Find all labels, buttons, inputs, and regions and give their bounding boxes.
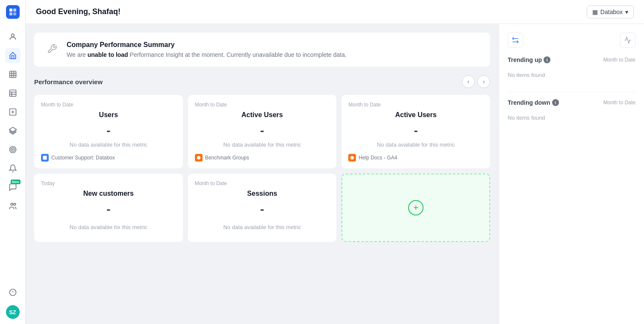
new-badge: New [11,180,20,184]
user-avatar[interactable]: SZ [6,305,20,319]
content-area: Company Performance Summary We are unabl… [26,24,644,324]
add-metric-card[interactable]: + [341,174,490,242]
svg-point-19 [12,149,13,150]
next-button[interactable]: › [477,75,490,88]
main-layout: Good Evening, Shafaq! ▦ Databox ▾ Compan… [26,0,644,324]
databox-icon: ▦ [592,9,598,15]
sidebar-item-layers[interactable] [5,123,21,138]
source-icon [195,154,203,162]
metric-title: New customers [41,190,176,197]
sidebar-item-home[interactable] [5,48,21,63]
trending-up-period: Month to Date [603,57,635,63]
sidebar-item-help[interactable] [5,285,21,300]
performance-overview: Performance overview ‹ › Month to Date U… [34,75,490,242]
metric-date: Month to Date [41,102,176,108]
add-icon: + [408,200,423,215]
nav-arrows: ‹ › [462,75,490,88]
metric-card-active-users-2: Month to Date Active Users - No data ava… [341,95,490,168]
svg-point-21 [13,203,15,205]
source-label: Help Docs - GA4 [359,155,397,161]
no-data-text: No data available for this metric [348,141,483,149]
metric-footer: Customer Support: Databox [41,149,176,162]
sidebar-item-chat[interactable]: New [5,180,21,195]
svg-marker-15 [12,111,14,114]
insight-title: Company Performance Summary [67,41,347,49]
insight-description: We are unable to load Performance Insigh… [67,51,347,58]
sidebar-item-numbers[interactable] [5,67,21,82]
right-panel-controls [508,32,635,48]
metric-date: Month to Date [195,102,330,108]
svg-rect-10 [9,90,16,97]
metrics-grid: Month to Date Users - No data available … [34,95,490,242]
wrench-icon [44,41,60,56]
perf-title: Performance overview [34,78,103,85]
metric-date: Month to Date [348,102,483,108]
sidebar-item-chart[interactable] [5,85,21,101]
metric-card-sessions: Month to Date Sessions - No data availab… [188,174,337,242]
svg-rect-25 [43,156,47,160]
databox-button[interactable]: ▦ Databox ▾ [587,6,634,18]
svg-point-27 [350,156,354,159]
metric-title: Active Users [348,111,483,119]
source-icon [41,154,49,162]
metric-value: - [348,124,483,138]
svg-rect-0 [9,9,12,12]
insight-content: Company Performance Summary We are unabl… [67,41,347,58]
metric-card-users: Month to Date Users - No data available … [34,95,183,168]
sidebar-item-notifications[interactable] [5,161,21,176]
metric-footer: Benchmark Groups [195,149,330,162]
trending-down-period: Month to Date [603,100,635,106]
trending-up-header: Trending up i Month to Date [508,56,635,63]
databox-label: Databox [600,9,623,15]
svg-point-4 [11,34,14,37]
trending-down-label: Trending down i [508,99,559,106]
trending-up-empty: No items found [508,68,635,82]
sort-button[interactable] [508,32,523,48]
topbar: Good Evening, Shafaq! ▦ Databox ▾ [26,0,644,24]
divider [508,92,635,92]
trending-up-section: Trending up i Month to Date No items fou… [508,56,635,82]
svg-rect-1 [13,9,16,12]
source-icon [348,154,356,162]
svg-point-26 [197,156,200,159]
metric-value: - [41,124,176,138]
metric-date: Month to Date [195,180,330,186]
sidebar-item-play[interactable] [5,104,21,120]
svg-rect-3 [13,12,16,15]
prev-button[interactable]: ‹ [462,75,475,88]
no-data-text: No data available for this metric [195,220,330,235]
trending-down-header: Trending down i Month to Date [508,99,635,106]
insight-card: Company Performance Summary We are unabl… [34,32,490,67]
right-panel: Trending up i Month to Date No items fou… [499,24,644,324]
metric-value: - [195,203,330,216]
metric-title: Active Users [195,111,330,119]
metric-title: Users [41,111,176,119]
sidebar: New SZ [0,0,26,324]
source-label: Benchmark Groups [205,155,249,161]
metric-date: Today [41,180,176,186]
trending-down-empty: No items found [508,111,635,124]
chevron-down-icon: ▾ [625,9,628,15]
sidebar-item-team[interactable] [5,198,21,214]
trending-up-label: Trending up i [508,56,550,63]
no-data-text: No data available for this metric [41,220,176,235]
no-data-text: No data available for this metric [195,141,330,149]
pulse-button[interactable] [620,32,635,48]
sidebar-item-people[interactable] [5,29,21,44]
svg-rect-2 [9,12,12,15]
metric-title: Sessions [195,190,330,197]
metric-footer: Help Docs - GA4 [348,149,483,162]
no-data-text: No data available for this metric [41,141,176,149]
perf-header: Performance overview ‹ › [34,75,490,88]
metric-card-new-customers: Today New customers - No data available … [34,174,183,242]
metric-card-active-users-1: Month to Date Active Users - No data ava… [188,95,337,168]
svg-point-20 [11,203,13,205]
app-logo[interactable] [6,5,20,19]
info-icon[interactable]: i [544,56,550,63]
source-label: Customer Support: Databox [51,155,115,161]
sidebar-item-target[interactable] [5,142,21,157]
page-title: Good Evening, Shafaq! [36,7,587,16]
main-content: Company Performance Summary We are unabl… [26,24,499,324]
metric-value: - [195,124,330,138]
info-icon-down[interactable]: i [552,99,559,106]
